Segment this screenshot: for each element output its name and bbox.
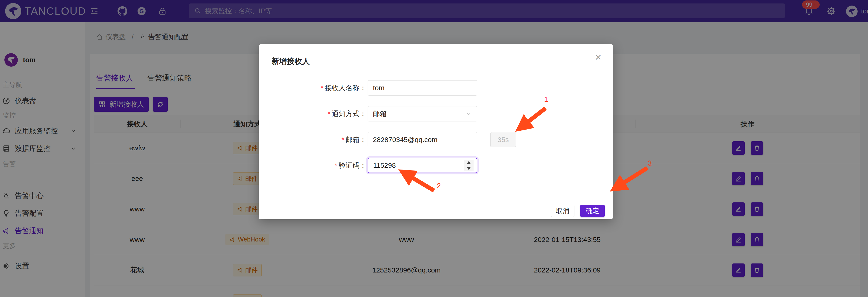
form-row-name: *接收人名称： <box>259 80 613 96</box>
email-input[interactable] <box>368 132 477 147</box>
spinner-down-icon[interactable] <box>464 165 473 171</box>
verification-code-input[interactable] <box>368 158 477 173</box>
countdown-button[interactable]: 35s <box>491 132 516 147</box>
modal-header-divider <box>259 69 613 69</box>
modal-footer-divider <box>259 201 613 201</box>
add-receiver-modal: 新增接收人 × *接收人名称： *通知方式： 邮箱 *邮箱： 35s *验证码：… <box>259 44 613 219</box>
spinner-up-icon[interactable] <box>464 160 473 165</box>
close-icon[interactable]: × <box>591 50 605 64</box>
email-field-label: *邮箱： <box>286 132 367 147</box>
cancel-button[interactable]: 取消 <box>551 205 575 217</box>
number-spinner[interactable] <box>464 160 473 171</box>
receiver-name-input[interactable] <box>368 80 477 96</box>
code-field-label: *验证码： <box>286 158 367 173</box>
chevron-down-icon <box>465 110 472 117</box>
form-row-method: *通知方式： 邮箱 <box>259 106 613 122</box>
confirm-button[interactable]: 确定 <box>580 205 605 217</box>
form-row-email: *邮箱： 35s <box>259 132 613 147</box>
name-field-label: *接收人名称： <box>286 80 367 96</box>
modal-title: 新增接收人 <box>272 56 310 67</box>
method-field-label: *通知方式： <box>286 106 367 122</box>
notify-method-select[interactable]: 邮箱 <box>368 106 477 122</box>
form-row-code: *验证码： <box>259 158 613 173</box>
